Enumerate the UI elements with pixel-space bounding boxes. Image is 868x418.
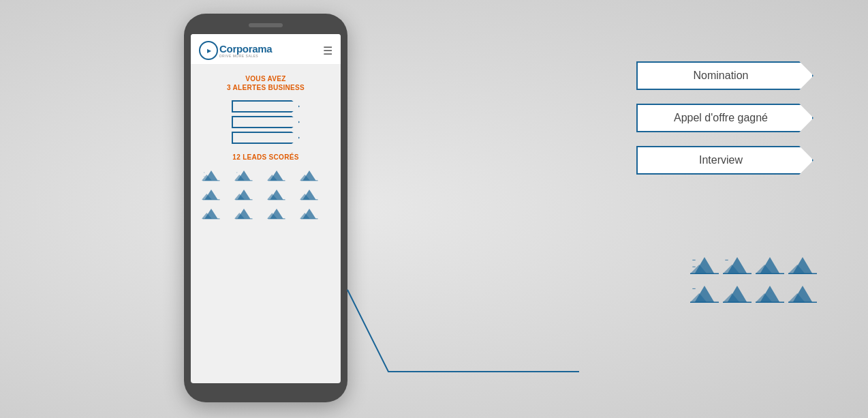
- mountain-icon-r: [690, 252, 719, 277]
- arrow-shape-2: [232, 116, 300, 128]
- mountain-icon: [202, 205, 221, 221]
- phone-speaker: [249, 23, 283, 27]
- mountain-icon: [267, 166, 286, 183]
- mountain-icon: [202, 185, 221, 202]
- alert-arrows: [199, 100, 332, 144]
- logo-container: Corporama DRIVE MORE SALES: [199, 41, 272, 60]
- arrow-shape-3: [232, 132, 300, 144]
- alert-text: VOUS AVEZ 3 ALERTES BUSINESS: [199, 74, 332, 92]
- logo-icon: [199, 41, 218, 60]
- arrow-shape-1: [232, 100, 300, 113]
- mountain-icon: [300, 166, 319, 183]
- mountain-icon: [267, 205, 286, 221]
- mountain-icon: [234, 205, 253, 221]
- mountain-icon-r: [756, 252, 784, 277]
- hamburger-icon[interactable]: ☰: [323, 44, 332, 57]
- mountain-icon-r: [690, 281, 719, 305]
- mountain-icon: [300, 185, 319, 202]
- logo-name: Corporama: [219, 44, 272, 54]
- mountain-icon: [234, 185, 253, 202]
- mountain-icon-r: [723, 252, 751, 277]
- interview-tag[interactable]: Interview: [636, 146, 813, 175]
- right-panel: Nomination Appel d'offre gagné Interview: [636, 61, 813, 175]
- phone-header: Corporama DRIVE MORE SALES ☰: [191, 34, 341, 65]
- phone-screen: Corporama DRIVE MORE SALES ☰ VOUS AVEZ 3…: [191, 34, 341, 383]
- mountain-icon-r: [788, 252, 817, 277]
- logo-text: Corporama DRIVE MORE SALES: [219, 44, 272, 58]
- nomination-tag[interactable]: Nomination: [636, 61, 813, 90]
- mountain-icon: [234, 166, 253, 183]
- mountain-icon: [300, 205, 319, 221]
- mountain-icon-r: [788, 281, 817, 305]
- leads-icons-grid: [199, 166, 332, 221]
- connector-line: [334, 283, 593, 406]
- appel-offre-tag[interactable]: Appel d'offre gagné: [636, 104, 813, 132]
- mountain-icon-r: [756, 281, 784, 305]
- leads-text: 12 LEADS SCORÉS: [199, 153, 332, 161]
- mountain-icon-r: [723, 281, 751, 305]
- phone-content: VOUS AVEZ 3 ALERTES BUSINESS 12 LEADS SC…: [191, 65, 341, 230]
- logo-tagline: DRIVE MORE SALES: [219, 54, 272, 58]
- right-icons-grid: [690, 252, 817, 305]
- phone-mockup: Corporama DRIVE MORE SALES ☰ VOUS AVEZ 3…: [184, 14, 347, 402]
- mountain-icon: [202, 166, 221, 183]
- mountain-icon: [267, 185, 286, 202]
